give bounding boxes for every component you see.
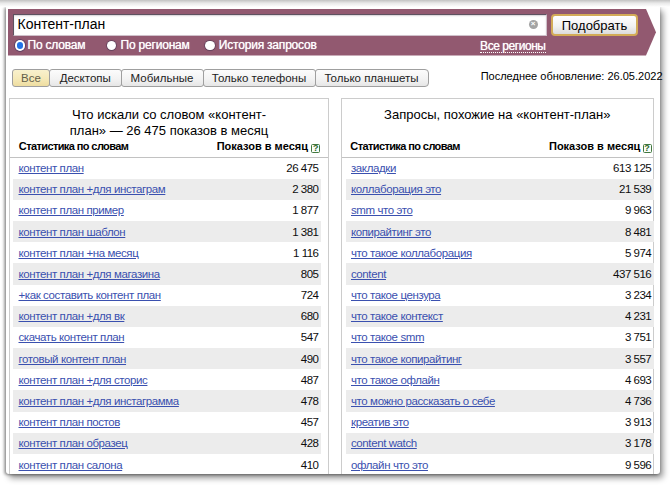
keyword-link[interactable]: smm что это [346, 204, 413, 216]
table-row: что такое офлайн4 693 [346, 369, 654, 390]
keyword-link[interactable]: закладки [346, 162, 396, 174]
impressions-count: 26 475 [286, 162, 321, 174]
panel-title-line: план» — 26 475 показов в месяц [10, 123, 328, 139]
table-row: content watch3 178 [346, 433, 654, 454]
table-row: контент план +для инстаграм2 380 [13, 179, 321, 200]
keyword-link[interactable]: контент план [13, 162, 84, 174]
keyword-link[interactable]: что такое контекст [346, 310, 443, 322]
table-row: что такое коллаборация5 974 [346, 242, 654, 263]
panel-title: Запросы, похожие на «контент-план» [342, 107, 654, 123]
keyword-link[interactable]: что можно рассказать о себе [346, 395, 495, 407]
keyword-link[interactable]: контент план пример [13, 204, 124, 216]
keyword-link[interactable]: контент план +для инстаграмма [13, 395, 179, 407]
column-header-impressions: Показов в месяц [549, 140, 640, 152]
column-header-keywords: Статистика по словам [350, 140, 460, 152]
help-icon[interactable]: ? [311, 144, 320, 153]
keyword-link[interactable]: контент план +для сторис [13, 374, 147, 386]
keyword-link[interactable]: что такое цензура [346, 289, 441, 301]
keyword-link[interactable]: контент план постов [13, 416, 120, 428]
table-header: Статистика по словам Показов в месяц ? [342, 139, 654, 155]
table-row: готовый контент план490 [13, 348, 321, 369]
keyword-link[interactable]: скачать контент план [13, 331, 124, 343]
table-row: коллаборация это21 539 [346, 179, 654, 200]
keyword-link[interactable]: что такое офлайн [346, 374, 440, 386]
tab-только-телефоны[interactable]: Только телефоны [203, 69, 316, 87]
table-row: копирайтинг это8 481 [346, 221, 654, 242]
radio-by-regions-label[interactable]: По регионам [121, 39, 190, 51]
impressions-count: 4 693 [625, 374, 654, 386]
impressions-count: 613 125 [613, 162, 654, 174]
impressions-count: 3 178 [625, 437, 654, 449]
panel-title: Что искали со словом «контент-план» — 26… [10, 107, 328, 139]
radio-by-regions[interactable] [107, 41, 117, 51]
last-update-label: Последнее обновление: 26.05.2022 [363, 70, 663, 82]
impressions-count: 410 [301, 459, 321, 471]
table-row: +как составить контент план724 [13, 285, 321, 306]
keyword-link[interactable]: контент план +для инстаграм [13, 183, 165, 195]
impressions-count: 4 736 [625, 395, 654, 407]
impressions-count: 3 751 [625, 331, 654, 343]
impressions-count: 680 [301, 310, 321, 322]
keyword-link[interactable]: креатив это [346, 416, 409, 428]
tab-десктопы[interactable]: Десктопы [49, 69, 122, 87]
impressions-count: 9 963 [625, 204, 654, 216]
radio-query-history[interactable] [205, 41, 215, 51]
panel-searched-with-word: Что искали со словом «контент-план» — 26… [9, 98, 329, 474]
keyword-table: закладки613 125коллаборация это21 539smm… [346, 157, 654, 474]
impressions-count: 724 [301, 289, 321, 301]
impressions-count: 437 516 [613, 268, 654, 280]
keyword-link[interactable]: +как составить контент план [13, 289, 161, 301]
tab-все[interactable]: Все [12, 69, 50, 87]
keyword-link[interactable]: контент план +для магазина [13, 268, 160, 280]
impressions-count: 4 231 [625, 310, 654, 322]
help-icon[interactable]: ? [643, 144, 652, 153]
keyword-link[interactable]: контент план +на месяц [13, 247, 138, 259]
tab-мобильные[interactable]: Мобильные [121, 69, 204, 87]
impressions-count: 1 381 [292, 226, 321, 238]
keyword-link[interactable]: коллаборация это [346, 183, 442, 195]
impressions-count: 478 [301, 395, 321, 407]
keyword-link[interactable]: офлайн что это [346, 459, 428, 471]
table-row: креатив это3 913 [346, 412, 654, 433]
search-header-bar: × Подобрать По словам По регионам Истори… [8, 9, 656, 56]
impressions-count: 457 [301, 416, 321, 428]
impressions-count: 3 234 [625, 289, 654, 301]
all-regions-link[interactable]: Все регионы [480, 40, 545, 53]
keyword-link[interactable]: контент план +для вк [13, 310, 124, 322]
table-row: контент план +для магазина805 [13, 263, 321, 284]
keyword-link[interactable]: контент план шаблон [13, 226, 125, 238]
clear-input-icon[interactable]: × [529, 20, 538, 29]
keyword-link[interactable]: контент план образец [13, 437, 127, 449]
submit-button[interactable]: Подобрать [551, 14, 638, 36]
keyword-link[interactable]: готовый контент план [13, 353, 126, 365]
keyword-link[interactable]: что такое smm [346, 331, 425, 343]
keyword-link[interactable]: что такое коллаборация [346, 247, 472, 259]
impressions-count: 428 [301, 437, 321, 449]
radio-by-words[interactable] [15, 40, 26, 51]
top-crop-shadow [0, 0, 670, 7]
table-row: скачать контент план547 [13, 327, 321, 348]
table-row: контент план образец428 [13, 433, 321, 454]
keyword-link[interactable]: content watch [346, 437, 417, 449]
keyword-link[interactable]: content [346, 268, 386, 280]
table-row: content437 516 [346, 263, 654, 284]
impressions-count: 3 557 [625, 353, 654, 365]
table-row: контент план шаблон1 381 [13, 221, 321, 242]
search-input[interactable] [13, 14, 548, 36]
impressions-count: 9 596 [625, 459, 654, 471]
table-row: контент план +на месяц1 116 [13, 242, 321, 263]
panel-similar-queries: Запросы, похожие на «контент-план» Стати… [341, 98, 655, 474]
impressions-count: 490 [301, 353, 321, 365]
impressions-count: 805 [301, 268, 321, 280]
impressions-count: 8 481 [625, 226, 654, 238]
radio-by-words-label[interactable]: По словам [28, 39, 86, 51]
keyword-link[interactable]: контент план салона [13, 459, 122, 471]
table-row: что такое контекст4 231 [346, 306, 654, 327]
radio-query-history-label[interactable]: История запросов [219, 39, 317, 51]
table-row: контент план +для вк680 [13, 306, 321, 327]
table-row: контент план +для сторис487 [13, 369, 321, 390]
keyword-link[interactable]: копирайтинг это [346, 226, 432, 238]
keyword-link[interactable]: что такое копирайтинг [346, 353, 462, 365]
impressions-count: 1 116 [293, 247, 321, 259]
table-header: Статистика по словам Показов в месяц ? [10, 139, 328, 155]
